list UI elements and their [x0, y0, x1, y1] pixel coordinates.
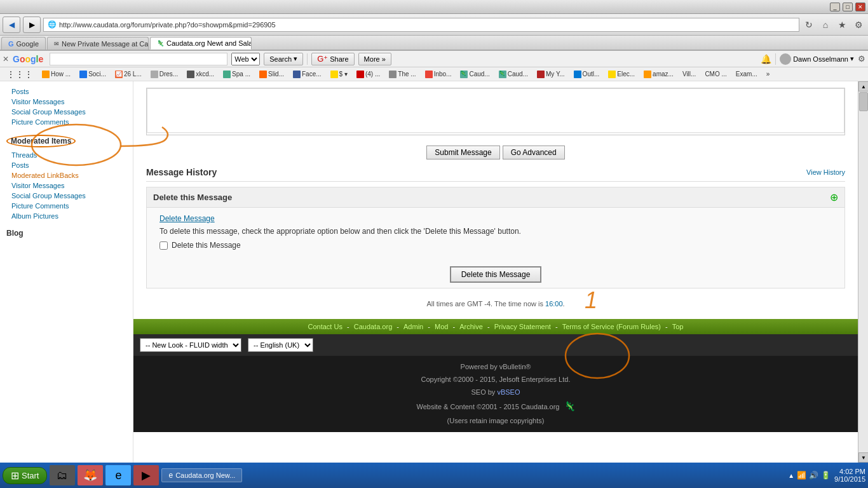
notification-bell-icon[interactable]: 🔔	[761, 54, 771, 64]
sidebar-link-picture-comments[interactable]: Picture Comments	[0, 117, 133, 127]
google-search-btn[interactable]: Search ▾	[264, 53, 303, 65]
bookmark-apps-icon[interactable]: ⋮⋮⋮	[3, 69, 37, 80]
scroll-thumb[interactable]	[859, 92, 868, 111]
view-history-link[interactable]: View History	[806, 168, 845, 176]
bookmark-outl[interactable]: Outl...	[570, 69, 604, 80]
bookmark-slid[interactable]: Slid...	[255, 69, 288, 80]
bookmark-dollar[interactable]: $ ▾	[327, 69, 351, 80]
taskbar-volume-icon[interactable]: 🔊	[809, 471, 818, 480]
tab-google[interactable]: G Google	[1, 37, 46, 50]
sidebar-link-mod-social-group[interactable]: Social Group Messages	[0, 191, 133, 201]
seo-line: SEO by vBSEO	[139, 386, 853, 399]
sidebar-link-threads[interactable]: Threads	[0, 150, 133, 160]
bookmark-caud2[interactable]: 🦎Caud...	[495, 69, 532, 80]
timezone-time-link[interactable]: 16:00	[545, 300, 563, 308]
sidebar-link-mod-visitor-msg[interactable]: Visitor Messages	[0, 180, 133, 191]
footer-tos-link[interactable]: Terms of Service (Forum Rules)	[562, 323, 661, 330]
bookmark-star-btn[interactable]: ★	[835, 18, 849, 32]
website-line: Website & Content ©2001 - 2015 Caudata.o…	[139, 398, 853, 414]
expand-icon[interactable]: ⊕	[830, 191, 838, 203]
sidebar-link-moderated-linkbacks[interactable]: Moderated LinkBacks	[0, 170, 133, 180]
sidebar-link-album-pictures[interactable]: Album Pictures	[0, 211, 133, 221]
content-inner: Submit Message Go Advanced Message Histo…	[133, 81, 858, 319]
bookmark-the[interactable]: The ...	[385, 69, 419, 80]
footer-privacy-link[interactable]: Privacy Statement	[494, 323, 551, 330]
sidebar-blog-header: Blog	[0, 226, 133, 240]
scroll-down-btn[interactable]: ▼	[858, 452, 868, 463]
sidebar-link-mod-picture-comments[interactable]: Picture Comments	[0, 201, 133, 211]
share-btn[interactable]: G⁺ Share	[311, 53, 354, 65]
nav-icons: ↻ ⌂ ★ ⚙	[802, 18, 865, 32]
home-btn[interactable]: ⌂	[818, 18, 832, 32]
bookmark-4[interactable]: (4) ...	[353, 69, 384, 80]
tab-caudata[interactable]: 🦎 Caudata.org Newt and Sala... ✕	[150, 37, 252, 50]
toolbar-settings-icon[interactable]: ⚙	[858, 54, 865, 64]
bookmark-myy[interactable]: My Y...	[533, 69, 569, 80]
taskbar-explorer-icon[interactable]: 🗂	[50, 465, 75, 485]
address-bar[interactable]: 🌐 http://www.caudata.org/forum/private.p…	[43, 18, 799, 32]
delete-box-title: Delete this Message	[153, 193, 232, 202]
tab-new-pm[interactable]: ✉ New Private Message at Cauda... ✕	[47, 37, 149, 50]
footer-admin-link[interactable]: Admin	[403, 323, 423, 330]
delete-message-link[interactable]: Delete Message	[159, 214, 832, 223]
taskbar-up-arrow-icon[interactable]: ▲	[788, 472, 794, 479]
google-toolbar: ✕ Google Web Search ▾ G⁺ Share More » 🔔 …	[0, 51, 868, 67]
maximize-btn[interactable]: □	[843, 3, 853, 11]
delete-checkbox[interactable]	[159, 241, 168, 250]
taskbar-firefox-icon[interactable]: 🦊	[78, 465, 103, 485]
settings-btn[interactable]: ⚙	[851, 18, 865, 32]
go-advanced-btn[interactable]: Go Advanced	[503, 146, 565, 159]
sidebar-link-social-group[interactable]: Social Group Messages	[0, 107, 133, 117]
submit-message-btn[interactable]: Submit Message	[426, 146, 499, 159]
footer-contact-link[interactable]: Contact Us	[308, 323, 342, 330]
user-menu-btn[interactable]: Dawn Osselmann ▾	[780, 53, 854, 65]
search-dropdown-icon: ▾	[294, 55, 297, 63]
taskbar-clock[interactable]: 4:02 PM 9/10/2015	[834, 468, 865, 483]
bookmark-spa[interactable]: Spa ...	[219, 69, 254, 80]
taskbar-network-icon: 📶	[797, 471, 806, 480]
bookmark-how[interactable]: How ...	[38, 69, 74, 80]
refresh-btn[interactable]: ↻	[802, 18, 816, 32]
bookmark-amaz[interactable]: amaz...	[640, 69, 677, 80]
bookmark-caud1[interactable]: 🦎Caud...	[456, 69, 493, 80]
more-btn[interactable]: More »	[358, 53, 391, 65]
seo-link[interactable]: vBSEO	[497, 388, 520, 396]
bookmark-cmo[interactable]: CMO ...	[701, 69, 730, 80]
right-scrollbar[interactable]: ▲ ▼	[858, 81, 868, 463]
look-select[interactable]: -- New Look - FLUID width	[140, 338, 241, 352]
scroll-up-btn[interactable]: ▲	[858, 81, 868, 92]
sidebar-link-mod-posts[interactable]: Posts	[0, 160, 133, 170]
start-button[interactable]: ⊞ Start	[3, 467, 47, 484]
sidebar-link-visitor-msg[interactable]: Visitor Messages	[0, 97, 133, 107]
bookmarks-more-btn[interactable]: »	[763, 69, 774, 80]
bookmark-26l[interactable]: 📈26 L...	[111, 69, 146, 80]
taskbar-caudata-item[interactable]: e Caudata.org New...	[161, 468, 242, 482]
back-btn[interactable]: ◀	[3, 17, 20, 33]
taskbar-media-icon[interactable]: ▶	[133, 465, 159, 485]
bookmark-xkcd[interactable]: xkcd...	[183, 69, 218, 80]
google-search-select[interactable]: Web	[231, 53, 260, 65]
bookmark-inbo[interactable]: Inbo...	[421, 69, 456, 80]
bookmark-vill[interactable]: Vill...	[679, 69, 700, 80]
bookmark-soci[interactable]: Soci...	[76, 69, 110, 80]
taskbar-ie-icon[interactable]: e	[105, 465, 131, 485]
footer-top-link[interactable]: Top	[672, 323, 684, 330]
bookmark-elec[interactable]: Elec...	[604, 69, 639, 80]
compose-textarea[interactable]	[147, 88, 844, 133]
toolbar-close-btn[interactable]: ✕	[3, 55, 9, 64]
forward-btn[interactable]: ▶	[23, 17, 41, 33]
google-search-input[interactable]	[50, 53, 227, 65]
footer-archive-link[interactable]: Archive	[459, 323, 483, 330]
sidebar-link-posts[interactable]: Posts	[0, 86, 133, 97]
bookmark-dres[interactable]: Dres...	[147, 69, 182, 80]
close-btn[interactable]: ✕	[855, 3, 865, 11]
bookmark-face[interactable]: Face...	[289, 69, 325, 80]
bookmark-exam[interactable]: Exam...	[732, 69, 761, 80]
delete-this-message-btn[interactable]: Delete this Message	[450, 266, 542, 283]
footer-caudata-link[interactable]: Caudata.org	[354, 323, 393, 330]
minimize-btn[interactable]: _	[830, 3, 840, 11]
tab-google-label: Google	[17, 40, 39, 48]
language-select[interactable]: -- English (UK)	[248, 338, 313, 352]
user-avatar	[780, 53, 791, 65]
footer-mod-link[interactable]: Mod	[435, 323, 448, 330]
